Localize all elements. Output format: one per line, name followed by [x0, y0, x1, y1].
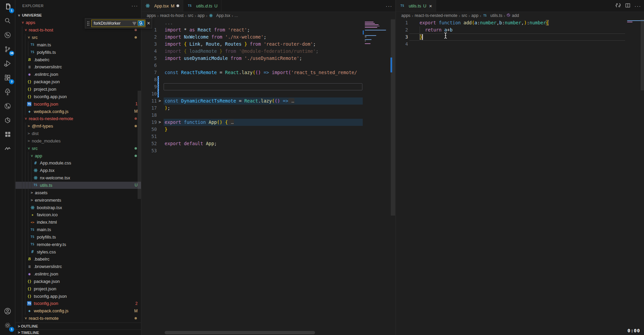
tree-item-package.json[interactable]: {}package.json: [16, 78, 141, 86]
code-editor-right[interactable]: 1export function add(a:number,b:number,)…: [396, 19, 625, 335]
tree-item-App.tsx[interactable]: App.tsx: [16, 167, 141, 174]
minimap-right[interactable]: [625, 19, 640, 46]
code-line-3[interactable]: 3import { Link, Route, Routes } from 're…: [141, 41, 363, 48]
extensions-activity-button[interactable]: 3: [0, 71, 15, 85]
tree-item-package.json[interactable]: {}package.json: [16, 278, 141, 285]
breadcrumb-item[interactable]: apps: [401, 13, 410, 18]
explorer-activity-button[interactable]: 1: [0, 0, 15, 14]
tree-item-.babelrc[interactable]: B.babelrc: [16, 56, 141, 63]
code-line-5[interactable]: 5import useDynamicModule from './useDyna…: [141, 55, 363, 62]
filter-input[interactable]: [91, 20, 145, 27]
tree-item-project.json[interactable]: {}project.json: [16, 285, 141, 292]
nx-console-activity-button[interactable]: [0, 114, 15, 128]
horizontal-scrollbar-left[interactable]: [165, 331, 367, 334]
code-line-2[interactable]: 2 return a+b: [396, 26, 625, 34]
code-line-19[interactable]: 19>export function App() { …: [141, 119, 363, 126]
tree-item-.babelrc[interactable]: B.babelrc: [16, 255, 141, 263]
tree-item-project.json[interactable]: {}project.json: [16, 86, 141, 93]
code-line-17[interactable]: 17);: [141, 105, 363, 112]
code-line-52[interactable]: 52export default App;: [141, 140, 363, 147]
editor-more-actions-button[interactable]: ···: [635, 3, 641, 9]
tree-item-src[interactable]: >src: [16, 34, 141, 41]
minimap-left[interactable]: [363, 19, 389, 87]
tree-item-polyfills.ts[interactable]: TSpolyfills.ts: [16, 233, 141, 241]
compare-changes-icon[interactable]: [615, 2, 621, 9]
tree-item-app[interactable]: >app: [16, 152, 141, 159]
tree-item-styles.css[interactable]: #styles.css: [16, 248, 141, 255]
tree-item-webpack.config.js[interactable]: ◈webpack.config.jsM: [16, 108, 141, 115]
breadcrumb-item[interactable]: add: [512, 13, 519, 18]
breadcrumb-item[interactable]: react-ts-nested-remote: [414, 13, 457, 18]
code-line-9[interactable]: 9: [141, 83, 363, 90]
fold-chevron-icon[interactable]: >: [159, 97, 163, 105]
search-activity-button[interactable]: [0, 14, 15, 28]
tree-item-tsconfig.json[interactable]: TStsconfig.json2: [16, 300, 141, 307]
breadcrumb-item[interactable]: utils.ts: [490, 13, 502, 18]
fuzzy-search-toggle[interactable]: [138, 20, 145, 26]
split-editor-icon[interactable]: [625, 3, 630, 9]
dirty-indicator[interactable]: [176, 4, 179, 7]
settings-button[interactable]: 1: [0, 319, 15, 333]
drag-handle[interactable]: [87, 21, 90, 26]
tree-item-nx-welcome.tsx[interactable]: nx-welcome.tsx: [16, 174, 141, 182]
code-editor-left[interactable]: ...1import * as React from 'react';2impo…: [141, 19, 363, 335]
source-control-activity-button[interactable]: 38: [0, 43, 15, 57]
tree-item-@mf-types[interactable]: >@mf-types: [16, 122, 141, 130]
workspace-root-universe[interactable]: > UNIVERSE: [16, 12, 141, 19]
remote-at-activity-button[interactable]: [0, 28, 15, 43]
tree-item-react-ts-remote[interactable]: >react-ts-remote: [16, 315, 141, 322]
explorer-more-actions-button[interactable]: ···: [132, 3, 138, 8]
tree-item-utils.ts[interactable]: TSutils.tsU: [16, 182, 141, 189]
code-line-53[interactable]: 53: [141, 147, 363, 154]
breadcrumb-item[interactable]: app: [471, 13, 478, 18]
code-line-1[interactable]: 1import * as React from 'react';: [141, 26, 363, 34]
code-line-2[interactable]: 2import NxWelcome from './nx-welcome';: [141, 34, 363, 41]
code-line-8[interactable]: 8: [141, 76, 363, 83]
code-line-3[interactable]: 3}: [396, 34, 625, 41]
todo-tree-activity-button[interactable]: [0, 85, 15, 99]
run-debug-activity-button[interactable]: [0, 57, 15, 71]
tree-item-assets[interactable]: >assets: [16, 189, 141, 196]
tree-item-src[interactable]: >src: [16, 144, 141, 152]
tree-item-polyfills.ts[interactable]: TSpolyfills.ts: [16, 48, 141, 56]
tree-item-dist[interactable]: >dist: [16, 130, 141, 137]
code-line-18[interactable]: 18: [141, 112, 363, 119]
accounts-button[interactable]: [0, 305, 15, 319]
tree-item-webpack.config.js[interactable]: ◈webpack.config.jsM: [16, 307, 141, 315]
breadcrumb-item[interactable]: App.tsx: [216, 13, 230, 18]
code-line-11[interactable]: 11>const DynamicReactTsRemote = React.la…: [141, 97, 363, 105]
editor-more-actions-button[interactable]: ···: [386, 3, 392, 9]
tree-item-index.html[interactable]: <>index.html: [16, 219, 141, 226]
close-icon[interactable]: ×: [429, 3, 432, 8]
tree-item-App.module.css[interactable]: #App.module.css: [16, 159, 141, 167]
close-icon[interactable]: ×: [147, 21, 150, 26]
code-line[interactable]: ...: [141, 19, 363, 26]
tree-item-react-ts-nested-remote[interactable]: >react-ts-nested-remote: [16, 115, 141, 122]
tree-item-.eslintrc.json[interactable]: ◉.eslintrc.json: [16, 71, 141, 78]
tree-item-tsconfig.json[interactable]: TStsconfig.json1: [16, 100, 141, 108]
tree-item-.browserslistrc[interactable]: ≡.browserslistrc: [16, 63, 141, 71]
breadcrumb-item[interactable]: src: [461, 13, 467, 18]
sidebar-scrollbar[interactable]: [138, 91, 141, 199]
code-line-10[interactable]: 10: [141, 90, 363, 97]
outline-section-header[interactable]: > OUTLINE: [16, 322, 141, 330]
breadcrumb-item[interactable]: apps: [147, 13, 156, 18]
tree-item-favicon.ico[interactable]: ★favicon.ico: [16, 211, 141, 219]
tree-item-.eslintrc.json[interactable]: ◉.eslintrc.json: [16, 270, 141, 278]
tab-utils-ts[interactable]: TS utils.ts U ×: [396, 0, 436, 12]
code-line-6[interactable]: 6: [141, 62, 363, 69]
projects-grid-activity-button[interactable]: [0, 128, 15, 142]
tree-item-.browserslistrc[interactable]: ≡.browserslistrc: [16, 263, 141, 270]
breadcrumb-item[interactable]: app: [197, 13, 205, 18]
console-ninja-activity-button[interactable]: [0, 142, 15, 156]
code-line-50[interactable]: 50}: [141, 126, 363, 133]
git-graph-activity-button[interactable]: [0, 99, 15, 114]
code-line-51[interactable]: 51: [141, 133, 363, 140]
tree-item-bootstrap.tsx[interactable]: bootstrap.tsx: [16, 204, 141, 211]
tree-item-tsconfig.app.json[interactable]: {}tsconfig.app.json: [16, 292, 141, 300]
tree-item-remote-entry.ts[interactable]: TSremote-entry.ts: [16, 241, 141, 248]
breadcrumb-item[interactable]: ...: [235, 13, 238, 18]
breadcrumb-item[interactable]: src: [188, 13, 193, 18]
tree-item-main.ts[interactable]: TSmain.ts: [16, 41, 141, 49]
fold-chevron-icon[interactable]: >: [159, 119, 163, 126]
